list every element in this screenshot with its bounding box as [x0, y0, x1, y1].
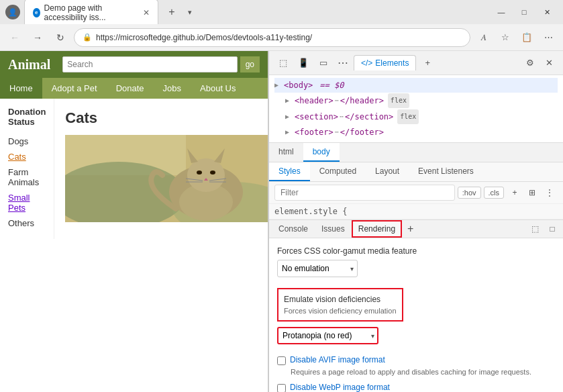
add-panel-button[interactable]: + — [419, 54, 436, 72]
svg-point-10 — [210, 170, 215, 175]
tab-event-listeners[interactable]: Event Listeners — [409, 162, 483, 181]
add-style-rule-button[interactable]: + — [507, 185, 523, 201]
styles-filter-input[interactable] — [274, 185, 455, 201]
dom-arrow-body[interactable]: ▶ — [274, 79, 283, 92]
nav-item-jobs[interactable]: Jobs — [154, 78, 191, 99]
address-field[interactable]: 🔒 https://microsoftedge.github.io/Demos/… — [74, 28, 470, 47]
disable-webp-section: Disable WebP image format — [277, 383, 555, 392]
website-panel: Animal go Home Adopt a Pet Donate Jobs A… — [0, 51, 268, 392]
favorites-button[interactable]: ☆ — [496, 28, 515, 47]
forward-button[interactable]: → — [28, 28, 47, 47]
dom-line-header[interactable]: ▶ <header> ⋯ </header> flex — [274, 93, 558, 109]
close-button[interactable]: ✕ — [536, 4, 558, 20]
dom-line-body[interactable]: ▶ <body> == $0 — [274, 78, 558, 93]
disable-webp-row: Disable WebP image format — [277, 383, 555, 392]
address-text: https://microsoftedge.github.io/Demos/de… — [96, 33, 462, 42]
color-gamut-section: Forces CSS color-gamut media feature No … — [277, 246, 555, 277]
tab-rendering[interactable]: Rendering — [352, 220, 402, 238]
nav-item-donate[interactable]: Donate — [107, 78, 154, 99]
emulate-vision-section: Emulate vision deficiencies Forces visio… — [277, 288, 555, 344]
site-content: Cats — [54, 99, 268, 239]
disable-avif-section: Disable AVIF image format Requires a pag… — [277, 355, 555, 376]
collections-button[interactable]: 📋 — [517, 28, 536, 47]
vision-select-row: No emulation Blurred vision Protanopia (… — [277, 327, 555, 344]
tab-styles[interactable]: Styles — [269, 162, 310, 181]
tab-html[interactable]: html — [269, 143, 303, 162]
color-gamut-select-wrapper: No emulation srgb p3 rec2020 ▾ — [277, 260, 358, 277]
screencast-button[interactable]: ▭ — [315, 54, 332, 72]
search-bar: go — [62, 56, 260, 72]
site-header: Animal go — [0, 51, 268, 78]
sidebar-title: Donation Status — [8, 107, 46, 127]
refresh-button[interactable]: ↻ — [51, 28, 70, 47]
undock-bottom-button[interactable]: ⬚ — [527, 221, 543, 237]
nav-item-about[interactable]: About Us — [191, 78, 245, 99]
tab-body[interactable]: body — [303, 143, 340, 162]
nav-item-home[interactable]: Home — [0, 78, 42, 99]
close-bottom-panel-button[interactable]: □ — [544, 221, 560, 237]
new-tab-button[interactable]: + — [162, 3, 181, 21]
svg-point-6 — [187, 158, 225, 192]
emulate-vision-title: Emulate vision deficiencies — [284, 295, 397, 304]
dom-tree: ▶ <body> == $0 ▶ <header> ⋯ </header> fl… — [269, 75, 563, 143]
hov-button[interactable]: :hov — [458, 187, 481, 199]
more-button[interactable]: ⋯ — [539, 28, 558, 47]
tab-layout[interactable]: Layout — [366, 162, 409, 181]
filter-row: :hov .cls + ⊞ ⋮ — [269, 182, 563, 204]
color-gamut-label: Forces CSS color-gamut media feature — [277, 246, 555, 256]
color-gamut-select[interactable]: No emulation srgb p3 rec2020 — [277, 260, 358, 277]
back-button[interactable]: ← — [5, 28, 24, 47]
devtools-more-tabs[interactable]: ⋯ — [335, 55, 351, 70]
disable-avif-row: Disable AVIF image format — [277, 355, 555, 365]
bottom-tabs: Console Issues Rendering + ⬚ □ — [269, 219, 563, 238]
dom-arrow-header[interactable]: ▶ — [285, 94, 293, 107]
disable-avif-checkbox[interactable] — [277, 356, 286, 365]
maximize-button[interactable]: □ — [513, 4, 535, 20]
dom-arrow-section[interactable]: ▶ — [285, 110, 293, 124]
svg-point-9 — [197, 170, 202, 175]
sidebar-item-farm: Farm Animals — [8, 164, 46, 190]
element-style-text: element.style { — [274, 207, 347, 216]
add-bottom-tab-button[interactable]: + — [402, 220, 419, 238]
rendering-panel: Forces CSS color-gamut media feature No … — [269, 238, 563, 392]
close-devtools-button[interactable]: ✕ — [540, 54, 558, 72]
toggle-sidebar-button[interactable]: ⊞ — [524, 185, 540, 201]
inspect-element-button[interactable]: ⬚ — [274, 54, 292, 72]
sidebar-item-dogs: Dogs — [8, 134, 46, 149]
site-title: Animal — [8, 57, 50, 72]
tab-issues[interactable]: Issues — [315, 220, 352, 238]
tab-console[interactable]: Console — [272, 220, 315, 238]
settings-button[interactable]: ⚙ — [521, 54, 539, 72]
address-actions: 𝐴 ☆ 📋 ⋯ — [474, 28, 558, 47]
nav-item-adopt[interactable]: Adopt a Pet — [42, 78, 107, 99]
elements-tab[interactable]: </> Elements — [354, 55, 416, 70]
read-aloud-button[interactable]: 𝐴 — [474, 28, 493, 47]
search-button[interactable]: go — [240, 56, 260, 72]
vision-select-wrapper: No emulation Blurred vision Protanopia (… — [277, 327, 378, 344]
more-options-button[interactable]: ⋮ — [542, 185, 558, 201]
sidebar-item-others: Others — [8, 215, 46, 231]
site-nav: Home Adopt a Pet Donate Jobs About Us — [0, 78, 268, 99]
search-input[interactable] — [62, 56, 237, 72]
cat-image-svg — [65, 135, 268, 222]
main-area: Animal go Home Adopt a Pet Donate Jobs A… — [0, 51, 563, 392]
device-toolbar-button[interactable]: 📱 — [295, 54, 312, 72]
sidebar-item-small[interactable]: Small Pets — [8, 190, 46, 215]
dom-arrow-footer[interactable]: ▶ — [285, 126, 293, 139]
tab-computed[interactable]: Computed — [310, 162, 366, 181]
browser-tab[interactable]: e Demo page with accessibility iss... ✕ — [24, 0, 158, 26]
profile-icon: 👤 — [5, 5, 20, 19]
sidebar-item-cats[interactable]: Cats — [8, 149, 46, 164]
bottom-panel-actions: ⬚ □ — [527, 221, 560, 237]
elements-tab-icon: </> — [361, 58, 372, 68]
disable-webp-checkbox[interactable] — [277, 384, 286, 392]
dom-line-footer[interactable]: ▶ <footer> ⋯ </footer> — [274, 125, 558, 140]
minimize-button[interactable]: — — [491, 4, 512, 20]
cls-button[interactable]: .cls — [484, 187, 505, 199]
address-bar: ← → ↻ 🔒 https://microsoftedge.github.io/… — [0, 24, 563, 51]
tab-close-button[interactable]: ✕ — [143, 8, 150, 17]
dom-line-section[interactable]: ▶ <section> ⋯ </section> flex — [274, 109, 558, 125]
disable-avif-label: Disable AVIF image format — [290, 355, 385, 364]
vision-deficiency-select[interactable]: No emulation Blurred vision Protanopia (… — [277, 327, 378, 344]
tab-dropdown-button[interactable]: ▾ — [185, 5, 195, 19]
